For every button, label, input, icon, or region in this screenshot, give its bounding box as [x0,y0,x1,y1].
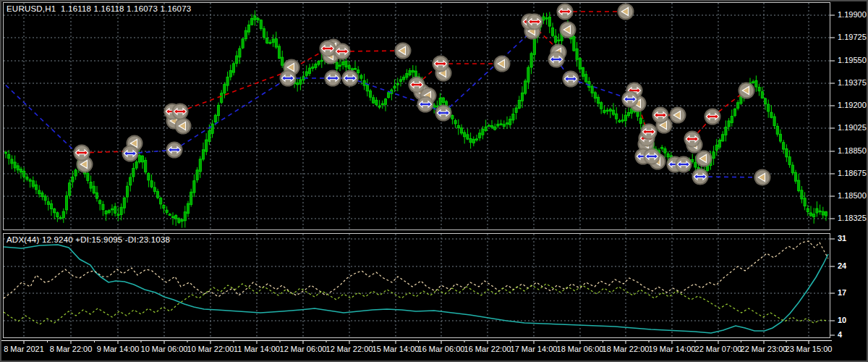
candle-body [226,77,229,85]
signal-marker-sell[interactable] [334,43,351,60]
candle-body [779,134,781,141]
signal-marker-buy[interactable] [435,105,452,122]
red-dashed-signal-line [180,72,287,111]
candle-body [694,162,697,167]
candle-body [105,211,107,214]
signal-marker-buy[interactable] [417,96,434,113]
signal-marker-exit[interactable] [696,151,712,167]
candle-body [783,143,785,149]
candle-body [114,206,116,213]
signal-marker-exit[interactable] [618,4,634,20]
candle-body [217,105,219,115]
signal-marker-buy[interactable] [644,148,660,165]
candle-body [725,127,727,135]
candle-body [661,148,663,149]
candle-body [65,195,67,210]
candle-body [95,193,98,198]
signal-marker-buy[interactable] [325,70,341,87]
candle-body [794,172,796,181]
signal-marker-exit[interactable] [175,118,192,135]
candle-body [366,85,368,91]
signal-marker-exit[interactable] [494,56,511,72]
candle-body [148,173,150,180]
signal-marker-buy[interactable] [622,91,639,108]
candle-body [23,172,25,177]
candle-body [733,109,736,115]
candle-body [266,38,268,43]
chart-canvas [0,0,868,362]
signal-marker-sell[interactable] [433,56,449,72]
signal-marker-exit[interactable] [670,107,686,124]
signal-marker-buy[interactable] [548,51,565,68]
candle-body [242,39,244,48]
candle-body [616,114,618,119]
candle-body [54,209,56,212]
signal-marker-buy[interactable] [676,156,692,173]
signal-marker-sell[interactable] [527,14,543,30]
signal-marker-buy[interactable] [342,70,359,87]
candle-body [244,30,247,39]
signal-marker-exit[interactable] [754,169,771,186]
signal-marker-sell[interactable] [320,41,336,57]
candle-body [388,93,390,98]
signal-marker-exit[interactable] [560,22,576,38]
candle-body [123,198,125,208]
candle-body [345,62,347,67]
signal-marker-sell[interactable] [641,124,658,140]
indicator-line-minusDI [4,241,828,298]
signal-marker-buy[interactable] [280,70,297,87]
candle-body [524,81,527,93]
candle-body [381,104,383,105]
signal-marker-buy[interactable] [692,169,709,185]
candle-body [454,121,456,124]
candle-body [111,209,113,210]
signal-marker-buy[interactable] [166,142,183,159]
signal-marker-sell[interactable] [652,107,669,124]
candle-body [761,92,763,98]
candle-body [755,80,757,87]
signal-marker-buy[interactable] [563,71,579,88]
signal-marker-sell[interactable] [172,104,189,120]
candle-body [132,169,135,177]
signal-marker-sell[interactable] [74,145,90,161]
candle-body [272,39,274,43]
indicator-axis-label: 4 [838,330,842,339]
candle-body [232,64,234,72]
candle-body [506,123,508,125]
signal-marker-sell[interactable] [684,131,701,148]
candle-body [573,36,575,51]
price-axis-label: 1.18675 [838,169,867,177]
candle-body [126,186,128,197]
candle-body [414,71,417,76]
indicator-line-ADX [4,245,828,333]
candle-body [11,159,13,164]
signal-marker-exit[interactable] [739,83,755,99]
candle-body [594,93,596,98]
candle-body [26,177,28,179]
candle-body [339,65,341,67]
candle-body [199,159,201,172]
signal-marker-sell[interactable] [557,4,574,20]
candle-body [145,160,147,172]
candle-body [17,166,19,170]
indicator-axis-label: 10 [838,316,846,324]
signal-marker-sell[interactable] [705,109,721,125]
signal-marker-exit[interactable] [395,43,412,59]
candle-body [153,188,156,192]
candle-body [576,49,578,59]
candle-body [251,18,253,25]
indicator-axis-label: 31 [838,234,846,243]
candle-body [731,116,733,122]
indicator-value-label: ADX(44) 12.9240 +DI:15.9095 -DI:23.1038 [7,235,170,244]
candle-body [44,196,46,201]
signal-marker-buy[interactable] [122,146,139,162]
candle-body [229,70,231,77]
candle-body [542,17,545,20]
candle-body [38,190,41,194]
candle-body [664,149,666,153]
candle-body [384,99,386,105]
candle-body [497,124,499,126]
candle-body [791,165,793,173]
signal-marker-sell[interactable] [409,77,425,93]
candle-body [512,114,514,119]
